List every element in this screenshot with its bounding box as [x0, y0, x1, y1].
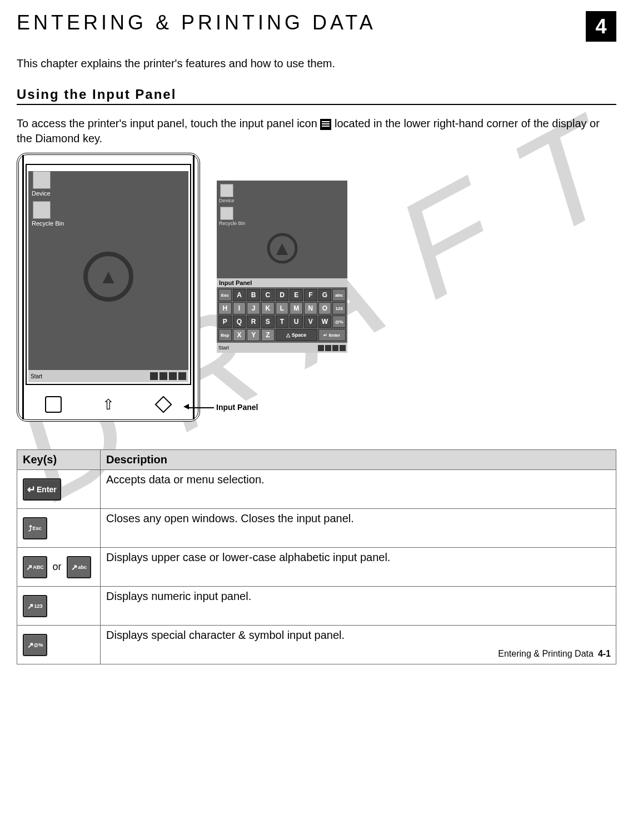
key-a: A: [233, 289, 246, 301]
chapter-title: ENTERING & PRINTING DATA: [17, 11, 376, 34]
key-m: M: [290, 302, 303, 314]
key-e: E: [290, 289, 303, 301]
panel-taskbar: Start: [217, 343, 347, 353]
key-u: U: [290, 316, 303, 328]
device-illustration: Device Recycle Bin ▲ Start ⇧: [17, 153, 200, 422]
figures-row: Device Recycle Bin ▲ Start ⇧: [17, 153, 616, 422]
key-space: △ Space: [276, 329, 317, 341]
input-panel-screenshot: Device Recycle Bin ▲ Input Panel Esc A B…: [217, 181, 347, 353]
key-abc-toggle: abc: [332, 289, 346, 301]
symbol-keycap: ↗@%: [23, 634, 47, 656]
table-row: ↗ABC or ↗abc Displays upper case or lowe…: [17, 548, 616, 587]
chapter-number-badge: 4: [586, 11, 616, 42]
key-z: Z: [261, 329, 275, 341]
key-j: J: [247, 302, 260, 314]
key-x: X: [233, 329, 246, 341]
hardware-buttons: ⇧: [26, 396, 191, 413]
cell-desc: Displays numeric input panel.: [101, 587, 616, 626]
key-f: F: [304, 289, 317, 301]
abc-upper-keycap: ↗ABC: [23, 556, 47, 578]
table-row: ↗@% Displays special character & symbol …: [17, 626, 616, 664]
panel-tray: [318, 345, 346, 351]
device-icon: [33, 171, 51, 189]
cell-key-enter: ↵↵ EnterEnter: [17, 470, 101, 509]
key-sym-toggle: @%: [332, 316, 346, 328]
key-g: G: [318, 289, 332, 301]
th-desc: Description: [101, 450, 616, 470]
key-bsp: Bsp: [218, 329, 232, 341]
or-text: or: [53, 561, 62, 572]
cell-desc: Displays special character & symbol inpu…: [101, 626, 616, 664]
cell-desc: Closes any open windows. Closes the inpu…: [101, 509, 616, 548]
key-n: N: [304, 302, 317, 314]
key-r: R: [247, 316, 260, 328]
callout-label: Input Panel: [216, 403, 258, 412]
key-enter: ↵ Enter: [318, 329, 346, 341]
section-paragraph: To access the printer's input panel, tou…: [17, 116, 616, 146]
key-d: D: [276, 289, 289, 301]
taskbar: Start: [28, 370, 188, 382]
paragraph-text-a: To access the printer's input panel, tou…: [17, 117, 320, 129]
input-panel-title: Input Panel: [217, 278, 347, 287]
abc-lower-keycap: ↗abc: [67, 556, 91, 578]
chapter-intro: This chapter explains the printer's feat…: [17, 57, 616, 70]
keyboard-grid: Esc A B C D E F G abc H I J K L M N O: [217, 287, 347, 343]
numeric-keycap: ↗123: [23, 595, 47, 617]
keys-table: Key(s) Description ↵↵ EnterEnter Accepts…: [17, 449, 616, 664]
panel-start-button: Start: [218, 345, 229, 351]
hw-square-button: [45, 396, 62, 413]
esc-keycap: ⤴Esc: [23, 517, 47, 539]
cell-key-sym: ↗@%: [17, 626, 101, 664]
key-c: C: [261, 289, 275, 301]
key-p: P: [218, 316, 232, 328]
chapter-header: ENTERING & PRINTING DATA 4: [17, 11, 616, 42]
section-title: Using the Input Panel: [17, 87, 616, 105]
key-k: K: [261, 302, 275, 314]
key-s: S: [261, 316, 275, 328]
table-row: ↗123 Displays numeric input panel.: [17, 587, 616, 626]
start-button: Start: [31, 373, 42, 379]
recycle-bin-label: Recycle Bin: [32, 220, 188, 227]
panel-device-label: Device: [219, 198, 347, 203]
recycle-bin-icon: [33, 201, 51, 219]
enter-keycap: ↵↵ EnterEnter: [23, 478, 61, 501]
hw-diamond-button: [155, 396, 172, 413]
th-keys: Key(s): [17, 450, 101, 470]
cell-desc: Displays upper case or lower-case alphab…: [101, 548, 616, 587]
cell-desc: Accepts data or menu selection.: [101, 470, 616, 509]
callout-arrow-icon: [183, 404, 189, 409]
system-tray: [150, 372, 186, 380]
hw-home-button: ⇧: [100, 396, 117, 413]
key-b: B: [247, 289, 260, 301]
key-i: I: [233, 302, 246, 314]
key-v: V: [304, 316, 317, 328]
key-esc: Esc: [218, 289, 232, 301]
cell-key-esc: ⤴Esc: [17, 509, 101, 548]
input-panel-callout: Input Panel: [189, 403, 258, 412]
table-row: ↵↵ EnterEnter Accepts data or menu selec…: [17, 470, 616, 509]
cell-key-123: ↗123: [17, 587, 101, 626]
key-o: O: [318, 302, 332, 314]
panel-brand-logo: ▲: [267, 233, 297, 263]
input-panel-icon: [320, 119, 331, 130]
key-q: Q: [233, 316, 246, 328]
table-row: ⤴Esc Closes any open windows. Closes the…: [17, 509, 616, 548]
panel-device-icon: [220, 184, 233, 197]
key-y: Y: [247, 329, 260, 341]
key-h: H: [218, 302, 232, 314]
cell-key-abc: ↗ABC or ↗abc: [17, 548, 101, 587]
key-t: T: [276, 316, 289, 328]
brand-logo: ▲: [83, 252, 133, 302]
panel-recycle-icon: [220, 207, 233, 220]
device-icon-label: Device: [32, 190, 188, 197]
key-l: L: [276, 302, 289, 314]
key-123-toggle: 123: [332, 302, 346, 314]
key-w: W: [318, 316, 332, 328]
panel-recycle-label: Recycle Bin: [219, 221, 347, 226]
